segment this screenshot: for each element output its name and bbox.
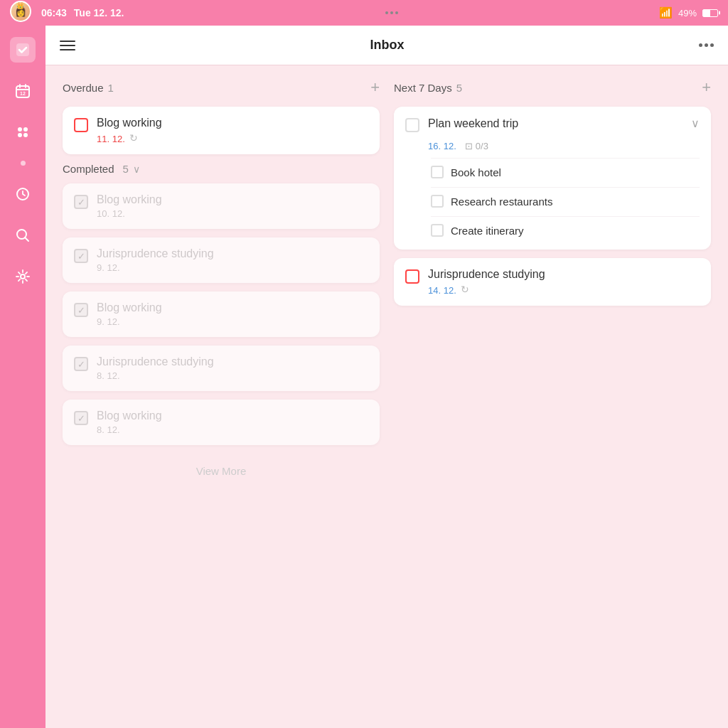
subtask-checkbox-book-hotel[interactable] [431,166,444,178]
subtask-create-itinerary: Create itinerary [431,216,700,244]
sidebar-dot [21,161,26,166]
main-content: Inbox Overdue 1 + Blog working [46,26,728,728]
task-checkbox-juris[interactable] [405,269,419,284]
next7days-header: Next 7 Days 5 + [394,80,711,95]
sidebar: 12 [0,26,46,728]
task-date-juris: 14. 12. [428,285,456,296]
completed-info-5: Blog working 8. 12. [97,410,368,435]
status-bar: 👩 👑 06:43 Tue 12. 12. 📶 49% [0,0,728,26]
crown-icon: 👑 [16,2,24,9]
task-title-blog-overdue: Blog working [97,117,368,129]
sidebar-item-settings[interactable] [10,264,36,289]
more-button[interactable] [699,43,714,47]
subtask-label-book-hotel: Book hotel [451,166,501,178]
plan-weekend-card: Plan weekend trip ∨ 16. 12. ⊡ 0/3 Book h… [394,107,711,250]
repeat-icon[interactable]: ↻ [129,132,138,144]
completed-count: 5 [123,163,129,175]
status-date: Tue 12. 12. [74,7,124,18]
svg-point-3 [18,127,22,132]
wifi-icon: 📶 [659,6,673,19]
task-info-juris: Jurisprudence studying 14. 12. ↻ [428,268,700,296]
avatar-wrap: 👩 👑 [10,1,34,25]
completed-title-4: Jurisprudence studying [97,355,368,368]
completed-title-group: Completed 5 ∨ [63,163,140,175]
left-column: Overdue 1 + Blog working 11. 12. ↻ [63,80,380,714]
subtask-book-hotel: Book hotel [431,158,700,186]
task-meta-juris: 14. 12. ↻ [428,283,700,296]
next7days-add-button[interactable]: + [702,80,711,95]
sidebar-item-apps[interactable] [10,119,36,145]
topbar: Inbox [46,26,728,65]
next7days-label: Next 7 Days [394,82,452,94]
completed-card-3: Blog working 9. 12. [63,291,380,337]
plan-title: Plan weekend trip [428,117,518,130]
completed-card-4: Jurisprudence studying 8. 12. [63,346,380,391]
completed-checkbox-1[interactable] [74,195,88,209]
completed-card-1: Blog working 10. 12. [63,183,380,229]
completed-title-5: Blog working [97,410,368,422]
completed-date-4: 8. 12. [97,370,368,381]
sidebar-item-calendar[interactable]: 12 [10,78,36,104]
completed-date-5: 8. 12. [97,424,368,435]
overdue-title-group: Overdue 1 [63,82,114,94]
completed-info-4: Jurisprudence studying 8. 12. [97,355,368,381]
sub-tasks-list: Book hotel Research restaurants Create i… [405,158,700,250]
subtask-label-research: Research restaurants [451,196,552,208]
completed-date-3: 9. 12. [97,316,368,327]
battery-percent: 49% [678,8,697,18]
completed-info-3: Blog working 9. 12. [97,301,368,327]
repeat-icon-juris[interactable]: ↻ [461,284,469,295]
subtask-checkbox-itinerary[interactable] [431,224,444,237]
completed-date-1: 10. 12. [97,208,368,219]
menu-button[interactable] [60,41,75,50]
subtask-research-restaurants: Research restaurants [431,187,700,215]
sidebar-item-clock[interactable] [10,181,36,207]
svg-text:12: 12 [20,91,26,96]
content-area: Overdue 1 + Blog working 11. 12. ↻ [46,65,728,728]
completed-checkbox-4[interactable] [74,357,88,371]
overdue-add-button[interactable]: + [370,80,380,95]
status-right: 📶 49% [659,6,718,19]
plan-title-row: Plan weekend trip ∨ [428,117,700,130]
status-left: 👩 👑 06:43 Tue 12. 12. [10,1,124,25]
completed-card-5: Blog working 8. 12. [63,400,380,445]
completed-checkbox-2[interactable] [74,249,88,263]
plan-checkbox[interactable] [405,118,419,132]
completed-title-2: Jurisprudence studying [97,247,368,260]
task-card-blog-overdue: Blog working 11. 12. ↻ [63,107,380,154]
sidebar-item-check[interactable] [10,37,36,63]
completed-title-3: Blog working [97,301,368,314]
task-checkbox-blog-overdue[interactable] [74,118,88,132]
plan-meta: 16. 12. ⊡ 0/3 [405,139,700,152]
page-title: Inbox [370,38,405,53]
completed-header: Completed 5 ∨ [63,163,380,175]
completed-checkbox-5[interactable] [74,411,88,425]
status-dots [385,11,398,14]
plan-subtask-count: ⊡ 0/3 [465,141,488,151]
task-date-blog-overdue: 11. 12. [97,134,125,144]
completed-checkbox-3[interactable] [74,303,88,317]
overdue-label: Overdue [63,82,104,94]
task-card-juris: Jurisprudence studying 14. 12. ↻ [394,258,711,306]
next7days-count: 5 [456,82,462,94]
overdue-header: Overdue 1 + [63,80,380,95]
chevron-down-icon[interactable]: ∨ [691,117,700,130]
overdue-count: 1 [108,82,114,94]
sidebar-item-search[interactable] [10,223,36,248]
plan-card-header: Plan weekend trip ∨ [405,117,700,132]
plan-date: 16. 12. [428,141,456,151]
subtask-label-itinerary: Create itinerary [451,225,524,237]
next7days-title-group: Next 7 Days 5 [394,82,462,94]
view-more-button[interactable]: View More [63,454,380,488]
completed-label: Completed [63,163,114,175]
subtask-checkbox-research[interactable] [431,195,444,208]
completed-date-2: 9. 12. [97,262,368,273]
svg-point-4 [23,127,28,132]
task-meta-blog-overdue: 11. 12. ↻ [97,132,368,144]
battery-icon [702,9,718,17]
completed-info-1: Blog working 10. 12. [97,193,368,219]
completed-card-2: Jurisprudence studying 9. 12. [63,237,380,283]
svg-point-9 [21,274,25,279]
completed-toggle[interactable]: ∨ [133,164,140,175]
completed-title-1: Blog working [97,193,368,206]
